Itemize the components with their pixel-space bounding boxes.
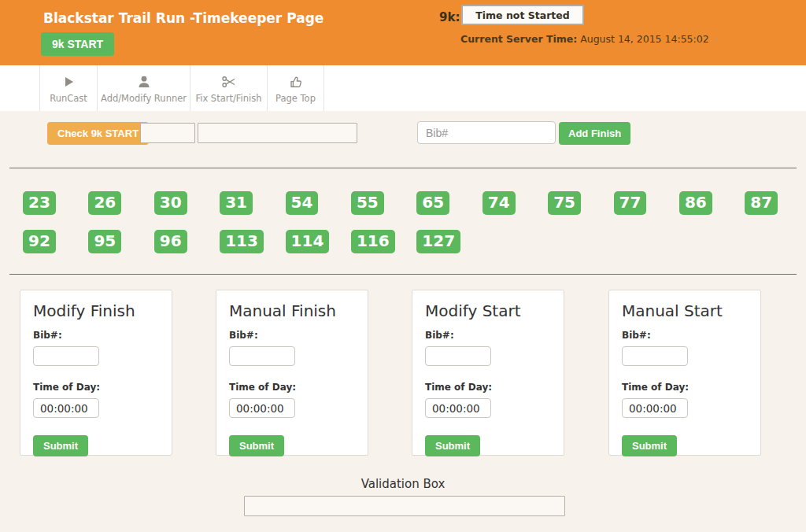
bib-label: Bib#: <box>425 330 551 341</box>
bib-grid-row-1: 23 26 30 31 54 55 65 74 75 77 86 87 <box>23 191 806 215</box>
header: Blackstar Trail Run -Timekeeper Page 9k … <box>0 0 806 65</box>
bib-grid-row-2: 92 95 96 113 114 116 127 <box>23 230 482 253</box>
panel-title: Manual Start <box>622 301 748 320</box>
bib-button[interactable]: 127 <box>416 230 460 253</box>
bib-button[interactable]: 87 <box>745 191 778 215</box>
page-title: Blackstar Trail Run -Timekeeper Page <box>43 10 324 26</box>
manual-start-time-input[interactable] <box>622 398 688 418</box>
time-of-day-label: Time of Day: <box>622 382 748 393</box>
panel-modify-start: Modify Start Bib#: Time of Day: Submit <box>412 290 564 456</box>
bib-button[interactable]: 92 <box>23 230 56 253</box>
scissors-icon <box>221 73 237 91</box>
bib-button[interactable]: 23 <box>23 191 56 215</box>
bib-button[interactable]: 113 <box>220 230 264 253</box>
race-status-box: Time not Started <box>461 5 584 25</box>
bib-button[interactable]: 114 <box>286 230 330 253</box>
play-icon <box>61 73 76 91</box>
panel-title: Modify Start <box>425 301 551 320</box>
panel-title: Manual Finish <box>229 301 355 320</box>
panel-manual-finish: Manual Finish Bib#: Time of Day: Submit <box>216 290 368 456</box>
modify-start-submit-button[interactable]: Submit <box>425 435 480 456</box>
bib-label: Bib#: <box>33 330 159 341</box>
bib-button[interactable]: 30 <box>154 191 187 215</box>
divider <box>9 168 797 168</box>
modify-start-time-input[interactable] <box>425 398 491 418</box>
toolbar-item-add-modify-runner[interactable]: Add/Modify Runner <box>98 65 190 111</box>
bib-label: Bib#: <box>622 330 748 341</box>
bib-button[interactable]: 31 <box>220 191 253 215</box>
manual-finish-submit-button[interactable]: Submit <box>229 435 284 456</box>
race-label: 9k: <box>439 10 460 24</box>
toolbar-item-label: RunCast <box>50 93 87 104</box>
bib-number-input[interactable] <box>417 121 556 144</box>
server-time: Current Server Time: August 14, 2015 14:… <box>460 33 709 45</box>
panel-title: Modify Finish <box>33 301 159 320</box>
bib-button[interactable]: 95 <box>88 230 121 253</box>
start-time-field[interactable] <box>140 123 195 143</box>
bib-button[interactable]: 74 <box>482 191 516 215</box>
manual-finish-bib-input[interactable] <box>229 346 295 366</box>
toolbar-item-runcast[interactable]: RunCast <box>39 65 98 111</box>
bib-button[interactable]: 65 <box>416 191 449 215</box>
modify-finish-time-input[interactable] <box>33 398 99 418</box>
panel-modify-finish: Modify Finish Bib#: Time of Day: Submit <box>20 290 172 456</box>
thumbs-up-icon <box>288 73 304 91</box>
validation-box-input[interactable] <box>244 496 565 516</box>
time-of-day-label: Time of Day: <box>425 382 551 393</box>
modify-finish-submit-button[interactable]: Submit <box>33 435 88 456</box>
bib-button[interactable]: 55 <box>351 191 384 215</box>
bib-button[interactable]: 75 <box>548 191 581 215</box>
toolbar: RunCast Add/Modify Runner Fix Start/Fini… <box>0 65 806 111</box>
bib-button[interactable]: 116 <box>351 230 395 253</box>
toolbar-item-page-top[interactable]: Page Top <box>268 65 324 111</box>
bib-label: Bib#: <box>229 330 355 341</box>
validation-box-label: Validation Box <box>0 477 806 491</box>
bib-button[interactable]: 54 <box>286 191 319 215</box>
start-status-field[interactable] <box>198 123 357 143</box>
modify-start-bib-input[interactable] <box>425 346 491 366</box>
server-time-value: August 14, 2015 14:55:02 <box>577 33 708 45</box>
bib-button[interactable]: 86 <box>679 191 712 215</box>
bib-button[interactable]: 96 <box>154 230 187 253</box>
toolbar-item-label: Page Top <box>275 93 316 104</box>
divider <box>9 274 797 275</box>
time-of-day-label: Time of Day: <box>33 382 159 393</box>
toolbar-item-fix-start-finish[interactable]: Fix Start/Finish <box>190 65 268 111</box>
manual-start-submit-button[interactable]: Submit <box>622 435 677 456</box>
start-9k-button[interactable]: 9k START <box>41 32 114 56</box>
toolbar-item-label: Add/Modify Runner <box>101 93 187 104</box>
timekeeper-page: Blackstar Trail Run -Timekeeper Page 9k … <box>0 0 806 532</box>
server-time-label: Current Server Time: <box>460 33 577 45</box>
panel-manual-start: Manual Start Bib#: Time of Day: Submit <box>608 290 761 456</box>
toolbar-item-label: Fix Start/Finish <box>195 93 261 104</box>
add-finish-button[interactable]: Add Finish <box>559 122 630 145</box>
bib-button[interactable]: 26 <box>88 191 121 215</box>
person-icon <box>136 73 152 91</box>
modify-finish-bib-input[interactable] <box>33 346 99 366</box>
bib-button[interactable]: 77 <box>614 191 647 215</box>
time-of-day-label: Time of Day: <box>229 382 355 393</box>
manual-start-bib-input[interactable] <box>622 346 688 366</box>
manual-finish-time-input[interactable] <box>229 398 295 418</box>
check-9k-start-button[interactable]: Check 9k START <box>47 122 149 145</box>
